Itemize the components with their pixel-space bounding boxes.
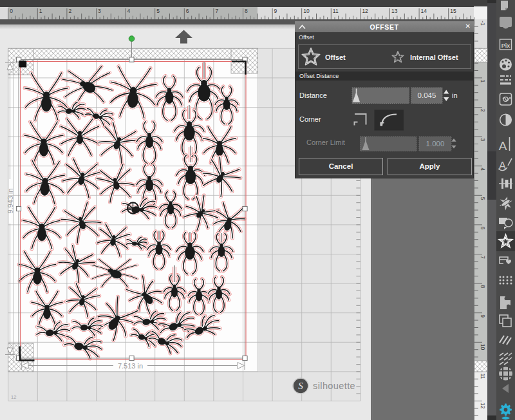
svg-text:7.513 in: 7.513 in [118,362,143,370]
svg-text:12: 12 [11,394,16,400]
svg-text:9.943 in: 9.943 in [6,188,14,213]
svg-text:S: S [298,381,303,391]
svg-text:silhouette: silhouette [313,381,355,391]
